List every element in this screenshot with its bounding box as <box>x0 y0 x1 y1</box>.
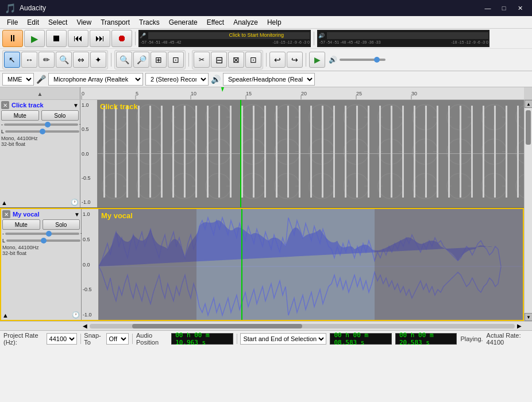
ruler-left-pad: ▲ <box>0 87 80 100</box>
svg-marker-6 <box>221 87 224 92</box>
hscroll-right-button[interactable]: ▶ <box>517 323 522 329</box>
vocal-track-name[interactable]: My vocal <box>13 211 72 218</box>
skip-fwd-button[interactable]: ⏭ <box>90 30 110 47</box>
vocal-track-close-button[interactable]: ✕ <box>2 210 10 218</box>
close-button[interactable]: ✕ <box>512 2 527 14</box>
svg-rect-47 <box>391 106 392 198</box>
click-track-dropdown[interactable]: ▼ <box>73 102 79 109</box>
zoom-tool-button[interactable]: 🔍 <box>56 52 72 68</box>
vu-scale-top: -57 -54 -51 -48 -45 -42 -18 -15 -12 -9 -… <box>140 40 310 46</box>
pause-button[interactable]: ⏸ <box>2 30 23 47</box>
vocal-track: ✕ My vocal ▼ Mute Solo - + L R <box>0 208 524 321</box>
separator6 <box>306 53 306 67</box>
vocal-track-waveform[interactable]: My vocal <box>99 209 523 320</box>
zoom-fit-sel-button[interactable]: ⊡ <box>168 52 184 68</box>
menu-effect[interactable]: Effect <box>202 17 229 28</box>
playback-volume-slider[interactable] <box>340 59 385 61</box>
vu-click-monitor[interactable]: Click to Start Monitoring <box>229 32 284 38</box>
mic-icon: 🎤 <box>36 75 46 84</box>
minimize-button[interactable]: — <box>480 2 495 14</box>
vocal-track-pan-slider[interactable] <box>6 239 80 242</box>
titlebar: 🎵 Audacity — □ ✕ <box>0 0 532 16</box>
click-track-close-button[interactable]: ✕ <box>1 101 9 109</box>
edit-toolbar: ✂ ⊟ ⊠ ⊡ <box>192 50 263 69</box>
play-button[interactable]: ▶ <box>24 30 45 47</box>
draw-tool-button[interactable]: ✏ <box>38 52 55 68</box>
vocal-track-volume-slider[interactable] <box>5 233 79 235</box>
audio-position-label: Audio Position <box>136 332 168 346</box>
vocal-track-menu-icon[interactable]: 🕐 <box>72 311 80 319</box>
multi-tool-button[interactable]: ✦ <box>90 52 106 68</box>
menu-generate[interactable]: Generate <box>164 17 202 28</box>
vocal-track-info: Mono, 44100Hz 32-bit float <box>2 245 80 256</box>
click-track-volume-slider[interactable] <box>4 123 78 126</box>
playback-controls: 🔊 <box>329 56 385 64</box>
menu-analyze[interactable]: Analyze <box>229 17 263 28</box>
menu-help[interactable]: Help <box>263 17 286 28</box>
snap-to-select[interactable]: Off <box>106 333 129 345</box>
click-track-solo-button[interactable]: Solo <box>41 110 79 121</box>
click-track-waveform[interactable]: Click track <box>98 100 524 207</box>
vocal-track-buttons: Mute Solo <box>2 219 80 230</box>
trim-button[interactable]: ✂ <box>194 52 210 68</box>
envelope-tool-button[interactable]: ↔ <box>21 52 37 68</box>
input-channels-select[interactable]: 2 (Stereo) Recor <box>145 73 209 86</box>
stop-button[interactable]: ⏹ <box>46 30 67 47</box>
tool-selector: ↖ ↔ ✏ 🔍 ⇔ ✦ <box>2 50 108 69</box>
undo-button[interactable]: ↩ <box>269 52 286 68</box>
click-track-menu-icon[interactable]: 🕐 <box>71 199 79 206</box>
ruler-content: 0 5 10 15 20 25 30 <box>80 87 524 99</box>
project-rate-select[interactable]: 44100 <box>47 333 77 345</box>
maximize-button[interactable]: □ <box>496 2 511 14</box>
svg-rect-38 <box>287 106 289 198</box>
tracks-area: ✕ Click track ▼ Mute Solo - + L R <box>0 100 524 321</box>
menu-tracks[interactable]: Tracks <box>134 17 164 28</box>
svg-text:25: 25 <box>356 91 362 96</box>
vocal-track-dropdown[interactable]: ▼ <box>74 211 80 218</box>
menu-select[interactable]: Select <box>44 17 72 28</box>
snap-button[interactable]: ⊡ <box>245 52 261 68</box>
skip-back-button[interactable]: ⏮ <box>68 30 88 47</box>
zoom-out-button[interactable]: 🔎 <box>133 52 149 68</box>
click-track-header: ✕ Click track ▼ <box>1 101 79 109</box>
menu-edit[interactable]: Edit <box>22 17 44 28</box>
silence-button[interactable]: ⊟ <box>211 52 227 68</box>
vertical-scrollbar[interactable]: ▲ ▼ <box>524 100 532 321</box>
click-track-pan-slider[interactable] <box>5 130 79 133</box>
hscroll-left-button[interactable]: ◀ <box>83 323 87 329</box>
svg-rect-42 <box>333 106 335 198</box>
zoom-fit-project-button[interactable]: ⊞ <box>151 52 167 68</box>
hscroll-thumb[interactable] <box>132 324 302 328</box>
redo-button[interactable]: ↪ <box>287 52 303 68</box>
menu-view[interactable]: View <box>72 17 96 28</box>
tools-toolbar: ↖ ↔ ✏ 🔍 ⇔ ✦ 🔍 🔎 ⊞ ⊡ ✂ ⊟ ⊠ ⊡ ↩ <box>0 48 532 71</box>
host-select[interactable]: MME <box>2 73 34 86</box>
click-track-mute-button[interactable]: Mute <box>1 110 39 121</box>
click-track-playhead <box>240 100 241 207</box>
selection-type-select[interactable]: Start and End of Selection <box>240 333 326 345</box>
vscroll-thumb[interactable] <box>526 110 531 145</box>
output-device-select[interactable]: Speaker/Headphone (Realte <box>223 73 315 86</box>
menu-transport[interactable]: Transport <box>96 17 134 28</box>
svg-rect-54 <box>471 106 473 198</box>
vscroll-up-button[interactable]: ▲ <box>525 100 532 108</box>
vocal-track-mute-button[interactable]: Mute <box>2 219 40 230</box>
separator4 <box>188 53 189 67</box>
record-button[interactable]: ⏺ <box>111 30 132 47</box>
vscroll-down-button[interactable]: ▼ <box>525 313 532 321</box>
zoom-in-button[interactable]: 🔍 <box>116 52 132 68</box>
mix-render-button[interactable]: ⊠ <box>228 52 244 68</box>
svg-rect-40 <box>310 106 312 198</box>
click-track-name[interactable]: Click track <box>11 102 71 109</box>
vocal-track-collapse-icon[interactable]: ▲ <box>2 312 9 319</box>
timeshift-tool-button[interactable]: ⇔ <box>73 52 89 68</box>
horizontal-scrollbar[interactable]: ◀ ▶ <box>0 321 532 330</box>
svg-rect-29 <box>184 106 186 198</box>
vocal-track-solo-button[interactable]: Solo <box>43 219 80 230</box>
select-tool-button[interactable]: ↖ <box>4 52 20 68</box>
menu-file[interactable]: File <box>2 17 22 28</box>
input-device-select[interactable]: Microphone Array (Realtek <box>48 73 143 86</box>
play-green-button[interactable]: ▶ <box>309 52 325 68</box>
click-track-collapse-icon[interactable]: ▲ <box>1 199 7 206</box>
separator3 <box>111 53 111 67</box>
